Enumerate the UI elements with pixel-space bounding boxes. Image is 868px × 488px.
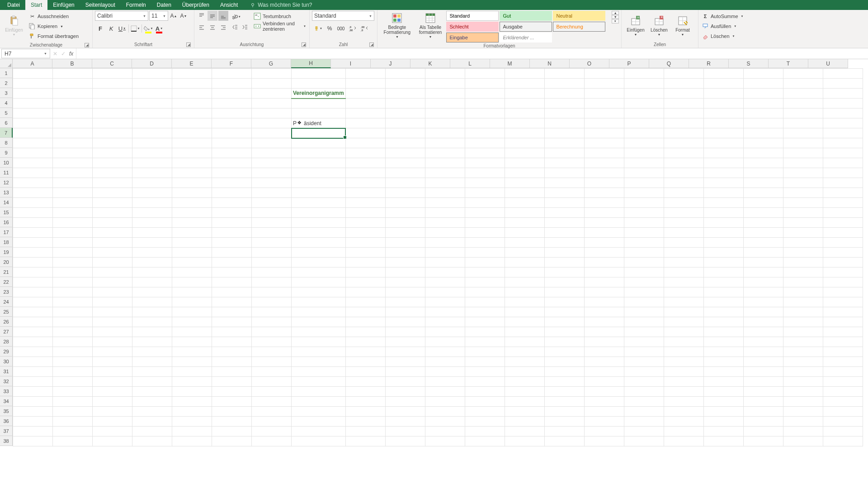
cell-F23[interactable] [212, 287, 252, 297]
cell-L16[interactable] [465, 218, 505, 228]
cell-C15[interactable] [93, 208, 132, 218]
cell-C20[interactable] [93, 258, 132, 267]
currency-button[interactable]: ▼ [312, 23, 324, 33]
cell-K14[interactable] [425, 198, 465, 208]
cell-K37[interactable] [425, 427, 465, 436]
cell-R28[interactable] [703, 337, 743, 347]
cell-R24[interactable] [703, 297, 743, 307]
cell-O31[interactable] [584, 367, 624, 377]
cell-U31[interactable] [823, 367, 863, 377]
cell-C10[interactable] [93, 158, 132, 168]
cell-B3[interactable] [53, 89, 93, 99]
style-chip[interactable]: Eingabe [446, 33, 499, 42]
cell-P36[interactable] [624, 417, 664, 427]
cell-A20[interactable] [13, 258, 53, 267]
cell-S28[interactable] [743, 337, 783, 347]
cell-L22[interactable] [465, 277, 505, 287]
cell-H14[interactable] [292, 198, 346, 208]
cell-S30[interactable] [743, 357, 783, 367]
copy-button[interactable]: Kopieren▼ [28, 22, 80, 31]
cell-Q28[interactable] [664, 337, 703, 347]
cell-U29[interactable] [823, 347, 863, 357]
cell-B29[interactable] [53, 347, 93, 357]
align-left-button[interactable] [197, 23, 207, 33]
cell-B33[interactable] [53, 387, 93, 397]
row-header-23[interactable]: 23 [0, 287, 13, 297]
cell-F10[interactable] [212, 158, 252, 168]
cell-N13[interactable] [544, 188, 584, 198]
cell-A19[interactable] [13, 248, 53, 258]
cell-G21[interactable] [252, 267, 292, 277]
cell-R6[interactable] [703, 118, 743, 128]
cell-B14[interactable] [53, 198, 93, 208]
cell-M5[interactable] [505, 108, 544, 118]
cell-P24[interactable] [624, 297, 664, 307]
row-header-3[interactable]: 3 [0, 88, 13, 98]
col-header-O[interactable]: O [570, 59, 609, 68]
cell-O12[interactable] [584, 178, 624, 188]
cell-M10[interactable] [505, 158, 544, 168]
cell-U21[interactable] [823, 267, 863, 277]
cell-Q10[interactable] [664, 158, 703, 168]
cell-D14[interactable] [132, 198, 172, 208]
cell-N14[interactable] [544, 198, 584, 208]
cell-C1[interactable] [93, 69, 132, 79]
cell-B38[interactable] [53, 436, 93, 446]
cell-L34[interactable] [465, 397, 505, 407]
cell-B35[interactable] [53, 407, 93, 417]
cell-O16[interactable] [584, 218, 624, 228]
cell-F21[interactable] [212, 267, 252, 277]
cell-G6[interactable] [252, 118, 292, 128]
col-header-J[interactable]: J [371, 59, 410, 68]
cell-K1[interactable] [425, 69, 465, 79]
row-header-30[interactable]: 30 [0, 357, 13, 366]
cell-L31[interactable] [465, 367, 505, 377]
cell-O20[interactable] [584, 258, 624, 267]
cell-B24[interactable] [53, 297, 93, 307]
cell-F18[interactable] [212, 238, 252, 248]
cell-E13[interactable] [172, 188, 212, 198]
cell-N10[interactable] [544, 158, 584, 168]
cell-Q24[interactable] [664, 297, 703, 307]
cell-S4[interactable] [743, 99, 783, 108]
cell-B37[interactable] [53, 427, 93, 436]
cell-D29[interactable] [132, 347, 172, 357]
cell-K6[interactable] [425, 118, 465, 128]
cell-T31[interactable] [783, 367, 823, 377]
thousands-button[interactable]: 000 [335, 23, 346, 33]
enter-formula-icon[interactable]: ✓ [61, 51, 66, 57]
cell-A25[interactable] [13, 307, 53, 317]
cell-U16[interactable] [823, 218, 863, 228]
cell-Q15[interactable] [664, 208, 703, 218]
cell-H35[interactable] [292, 407, 346, 417]
cell-C38[interactable] [93, 436, 132, 446]
cell-L29[interactable] [465, 347, 505, 357]
cell-E36[interactable] [172, 417, 212, 427]
cell-E22[interactable] [172, 277, 212, 287]
cell-J21[interactable] [385, 267, 425, 277]
cell-R20[interactable] [703, 258, 743, 267]
cell-M20[interactable] [505, 258, 544, 267]
cell-K12[interactable] [425, 178, 465, 188]
cell-A5[interactable] [13, 108, 53, 118]
cell-F30[interactable] [212, 357, 252, 367]
cell-I34[interactable] [345, 397, 385, 407]
cell-B5[interactable] [53, 108, 93, 118]
cell-G24[interactable] [252, 297, 292, 307]
dialog-launcher-icon[interactable]: ◢ [186, 42, 191, 47]
cell-D31[interactable] [132, 367, 172, 377]
cell-L37[interactable] [465, 427, 505, 436]
cell-C4[interactable] [93, 99, 132, 108]
cell-R34[interactable] [703, 397, 743, 407]
cell-I11[interactable] [345, 168, 385, 178]
cell-U14[interactable] [823, 198, 863, 208]
cell-F12[interactable] [212, 178, 252, 188]
cancel-formula-icon[interactable]: ✕ [53, 51, 57, 57]
cell-N7[interactable] [544, 128, 584, 138]
format-painter-button[interactable]: Format übertragen [28, 32, 80, 41]
cell-O37[interactable] [584, 427, 624, 436]
cell-C23[interactable] [93, 287, 132, 297]
cell-A22[interactable] [13, 277, 53, 287]
cell-O25[interactable] [584, 307, 624, 317]
cell-M26[interactable] [505, 317, 544, 327]
